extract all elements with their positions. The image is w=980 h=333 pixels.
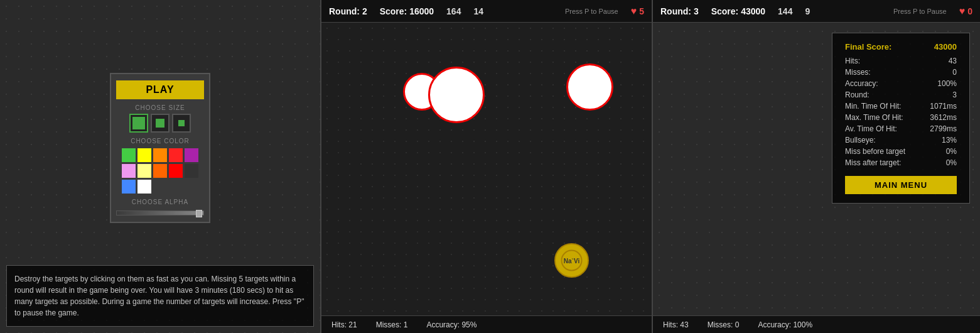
color-dark[interactable] [185,164,198,178]
results-box: Final Score: 43000 Hits: 43 Misses: 0 Ac… [832,33,970,204]
color-green[interactable] [122,148,136,162]
results-round-label: Round: [845,90,870,99]
color-red[interactable] [169,148,183,162]
right-press-pause: Press P to Pause [893,8,947,15]
results-missbefore-row: Miss before target 0% [845,147,957,156]
choose-size-label: CHOOSE SIZE [135,104,185,111]
middle-hits: Hits: 21 [331,320,357,329]
right-stat1: 144 [778,6,792,16]
results-avtime-row: Av. Time Of Hit: 2799ms [845,124,957,133]
description-box: Destroy the targets by clicking on them … [6,265,314,327]
alpha-thumb [196,210,202,217]
color-lightyellow[interactable] [137,164,151,178]
results-maxtime-value: 3612ms [930,113,957,122]
middle-press-pause: Press P to Pause [565,8,618,15]
right-header: Round: 3 Score: 43000 144 9 Press P to P… [653,0,980,23]
size-row [129,114,191,133]
choose-alpha-label: CHOOSE ALPHA [132,199,188,205]
right-accuracy: Accuracy: 100% [758,320,812,329]
svg-text:Na`Vi: Na`Vi [564,258,580,265]
size-small-button[interactable] [172,114,191,133]
target-right[interactable] [566,63,613,111]
results-mintime-label: Min. Time Of Hit: [845,102,901,111]
alpha-row [116,210,204,216]
size-large-button[interactable] [129,114,148,133]
results-avtime-label: Av. Time Of Hit: [845,124,897,133]
description-text: Destroy the targets by clicking on them … [14,275,304,317]
logo-target[interactable]: Na`Vi [554,243,589,278]
results-maxtime-label: Max. Time Of Hit: [845,113,903,122]
final-score-label: Final Score: [845,42,891,52]
results-bullseye-row: Bullseye: 13% [845,136,957,145]
middle-panel: Round: 2 Score: 16000 164 14 Press P to … [320,0,653,333]
color-pink[interactable] [122,164,136,178]
results-misses-value: 0 [952,68,957,77]
results-missbefore-label: Miss before target [845,147,905,156]
middle-misses: Misses: 1 [376,320,408,329]
right-hearts-value: 0 [967,6,972,16]
results-mintime-row: Min. Time Of Hit: 1071ms [845,102,957,111]
results-accuracy-value: 100% [937,79,957,88]
middle-hearts: ♥ 5 [631,6,644,17]
color-white[interactable] [137,180,151,194]
left-panel: PLAY CHOOSE SIZE CHOOSE COLOR [0,0,320,333]
color-purple[interactable] [185,148,198,162]
right-hits: Hits: 43 [663,320,689,329]
color-blue[interactable] [122,180,136,194]
results-accuracy-label: Accuracy: [845,79,878,88]
color-darkorange[interactable] [153,164,167,178]
middle-round: Round: 2 [329,6,367,16]
results-round-value: 3 [952,90,957,99]
right-footer: Hits: 43 Misses: 0 Accuracy: 100% [653,315,980,333]
middle-game-area[interactable]: Na`Vi [321,23,652,315]
right-misses: Misses: 0 [708,320,740,329]
right-score: Score: 43000 [711,6,765,16]
color-yellow[interactable] [137,148,151,162]
right-hearts: ♥ 0 [959,6,972,17]
color-darkred[interactable] [169,164,183,178]
choose-color-label: CHOOSE COLOR [131,138,190,145]
right-game-area: Final Score: 43000 Hits: 43 Misses: 0 Ac… [653,23,980,315]
final-score-value: 43000 [934,42,957,52]
target-large[interactable] [428,67,485,123]
results-hits-row: Hits: 43 [845,57,957,65]
right-heart-icon: ♥ [959,6,966,17]
final-score-row: Final Score: 43000 [845,42,957,52]
heart-icon: ♥ [631,6,637,17]
size-medium-button[interactable] [151,114,170,133]
results-hits-value: 43 [949,57,957,65]
middle-hearts-value: 5 [639,6,644,16]
color-orange[interactable] [153,148,167,162]
navi-logo-icon: Na`Vi [561,249,583,271]
results-hits-label: Hits: [845,57,860,65]
results-accuracy-row: Accuracy: 100% [845,79,957,88]
color-grid [122,148,198,194]
results-missafter-value: 0% [946,158,957,167]
results-misses-row: Misses: 0 [845,68,957,77]
middle-stat1: 164 [446,6,461,16]
results-missafter-label: Miss after target: [845,158,901,167]
results-missafter-row: Miss after target: 0% [845,158,957,167]
main-menu-button[interactable]: MAIN MENU [845,176,957,194]
right-panel: Round: 3 Score: 43000 144 9 Press P to P… [653,0,980,333]
results-avtime-value: 2799ms [930,124,957,133]
middle-header: Round: 2 Score: 16000 164 14 Press P to … [321,0,652,23]
control-box: PLAY CHOOSE SIZE CHOOSE COLOR [110,73,210,223]
results-bullseye-label: Bullseye: [845,136,876,145]
results-bullseye-value: 13% [942,136,957,145]
middle-score: Score: 16000 [380,6,434,16]
alpha-slider[interactable] [116,210,204,216]
middle-stat2: 14 [473,6,483,16]
right-round: Round: 3 [660,6,699,16]
results-round-row: Round: 3 [845,90,957,99]
results-maxtime-row: Max. Time Of Hit: 3612ms [845,113,957,122]
right-stat2: 9 [805,6,810,16]
middle-footer: Hits: 21 Misses: 1 Accuracy: 95% [321,315,652,333]
play-button[interactable]: PLAY [116,80,204,99]
results-misses-label: Misses: [845,68,871,77]
middle-accuracy: Accuracy: 95% [426,320,477,329]
results-mintime-value: 1071ms [930,102,957,111]
results-missbefore-value: 0% [946,147,957,156]
